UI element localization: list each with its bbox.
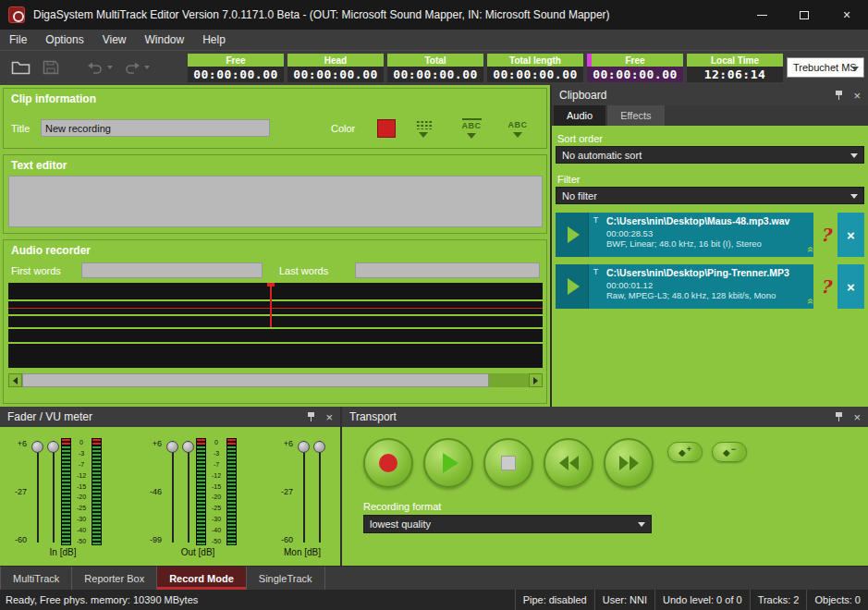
clipboard-entry[interactable]: T C:\Users\nin\Desktop\Maus-48.mp3.wav 0…	[556, 213, 864, 257]
numpad-insert-button[interactable]	[403, 113, 444, 144]
clipboard-panel: Clipboard × Audio Effects Sort order No …	[552, 85, 868, 407]
scale-mid: -46	[150, 487, 162, 496]
menu-file[interactable]: File	[0, 30, 36, 50]
fader-slider[interactable]	[30, 438, 45, 545]
entry-remove-button[interactable]: ×	[837, 264, 864, 309]
fader-group-name: Mon [dB]	[272, 547, 333, 557]
entry-format: BWF, Linear; 48.0 kHz, 16 bit (I), Stere…	[606, 238, 800, 249]
collapse-chevron-icon[interactable]: »	[804, 299, 813, 305]
scrollbar-thumb[interactable]	[22, 373, 489, 387]
clipboard-header: Clipboard ×	[552, 85, 868, 105]
tab-record-mode[interactable]: Record Mode	[157, 567, 247, 590]
fader-knob[interactable]	[31, 441, 43, 453]
arrow-right-icon	[533, 377, 538, 384]
fader-slider[interactable]	[296, 438, 312, 545]
transport-header: Transport ×	[342, 407, 868, 427]
close-icon[interactable]: ×	[325, 411, 333, 423]
stop-button[interactable]	[483, 438, 533, 488]
first-words-input[interactable]	[81, 262, 263, 278]
fader-knob[interactable]	[47, 441, 59, 453]
counter-total: Total 00:00:00.00	[387, 54, 483, 82]
marker-add-button[interactable]: ◆+	[667, 442, 703, 462]
record-button[interactable]	[363, 438, 413, 488]
first-words-label: First words	[11, 265, 61, 276]
redo-button[interactable]	[124, 60, 141, 75]
maximize-button[interactable]	[783, 0, 825, 30]
pin-icon[interactable]	[835, 91, 843, 101]
entry-help-button[interactable]: ?	[813, 213, 837, 257]
menu-help[interactable]: Help	[193, 30, 235, 50]
waveform-display[interactable]	[8, 283, 543, 368]
playhead-cursor-head[interactable]	[267, 283, 275, 287]
entry-help-button[interactable]: ?	[813, 264, 837, 309]
waveform-scrollbar[interactable]	[8, 373, 543, 387]
abc-insert-button[interactable]: ABC	[497, 113, 538, 144]
fader-slider[interactable]	[180, 438, 196, 545]
last-words-input[interactable]	[355, 262, 540, 278]
clip-information-panel: Clip information Title Color ABC ABC	[3, 88, 547, 149]
menu-options[interactable]: Options	[36, 30, 92, 50]
tab-multitrack[interactable]: MultiTrack	[0, 567, 72, 590]
pin-icon[interactable]	[307, 412, 315, 422]
sort-order-select[interactable]: No automatic sort	[556, 146, 864, 164]
tab-singletrack[interactable]: SingleTrack	[247, 567, 325, 590]
counter-free: Free 00:00:00.00	[188, 54, 284, 82]
tab-reporter-box[interactable]: Reporter Box	[72, 567, 157, 590]
app-window: DigaSystem MultiTrack Editor Version 7.0…	[0, 0, 868, 610]
clipboard-entry[interactable]: T C:\Users\nin\Desktop\Ping-Trenner.MP3 …	[556, 264, 864, 309]
fader-knob[interactable]	[298, 441, 310, 453]
color-swatch[interactable]	[377, 119, 396, 138]
font-select[interactable]: Trebuchet MS	[787, 57, 864, 78]
play-icon	[568, 278, 580, 295]
menu-view[interactable]: View	[93, 30, 136, 50]
counter-free-purple: Free 00:00:00.00	[587, 54, 683, 82]
open-folder-button[interactable]	[11, 60, 31, 75]
counter-total-length-value: 00:00:00.00	[487, 67, 583, 82]
counter-head: Head 00:00:00.00	[287, 54, 384, 82]
entry-play-button[interactable]	[556, 213, 589, 257]
scroll-left-button[interactable]	[8, 373, 22, 387]
close-button[interactable]: ×	[825, 0, 868, 30]
fader-slider[interactable]	[312, 438, 327, 545]
pin-icon[interactable]	[835, 412, 843, 422]
entry-path: C:\Users\nin\Desktop\Maus-48.mp3.wav	[606, 215, 808, 226]
play-button[interactable]	[423, 438, 473, 488]
recording-format-select[interactable]: lowest quality	[363, 515, 652, 533]
menu-window[interactable]: Window	[136, 30, 194, 50]
fader-slider[interactable]	[165, 438, 180, 545]
scroll-right-button[interactable]	[529, 373, 543, 387]
save-button[interactable]	[43, 60, 59, 75]
fader-knob[interactable]	[313, 441, 325, 453]
abc-lines-insert-button[interactable]: ABC	[451, 113, 492, 144]
text-editor-area[interactable]	[8, 176, 543, 227]
entry-remove-button[interactable]: ×	[837, 213, 864, 257]
marker-remove-button[interactable]: ◆−	[712, 442, 747, 462]
fader-group-name: In [dB]	[22, 547, 104, 557]
vu-meter-left	[61, 438, 71, 545]
undo-dropdown-button[interactable]	[107, 66, 113, 69]
tab-audio[interactable]: Audio	[554, 105, 605, 126]
minimize-button[interactable]	[740, 0, 783, 30]
playhead-cursor[interactable]	[270, 283, 272, 327]
fader-title: Fader / VU meter	[7, 410, 92, 423]
redo-dropdown-button[interactable]	[144, 66, 150, 69]
transport-panel: Transport × ◆+ ◆− Recording format lowes…	[342, 407, 868, 566]
fader-group-out: +6 -46 -99 0-3-7-12-15-20-25-30-40-50	[141, 438, 237, 545]
fader-slider[interactable]	[45, 438, 61, 545]
maximize-icon	[800, 11, 809, 19]
close-icon[interactable]: ×	[853, 90, 861, 102]
record-icon	[379, 454, 397, 472]
collapse-chevron-icon[interactable]: »	[804, 247, 813, 253]
filter-select[interactable]: No filter	[556, 187, 864, 204]
fast-forward-button[interactable]	[604, 438, 654, 488]
close-icon[interactable]: ×	[853, 411, 861, 423]
entry-play-button[interactable]	[556, 264, 589, 309]
tab-effects[interactable]: Effects	[607, 105, 664, 126]
title-input[interactable]	[41, 119, 270, 137]
scale-bottom: -99	[150, 535, 162, 544]
fader-knob[interactable]	[166, 441, 178, 453]
rewind-button[interactable]	[544, 438, 593, 488]
vu-meter-right	[226, 438, 237, 545]
undo-button[interactable]	[87, 60, 104, 75]
fader-knob[interactable]	[182, 441, 194, 453]
